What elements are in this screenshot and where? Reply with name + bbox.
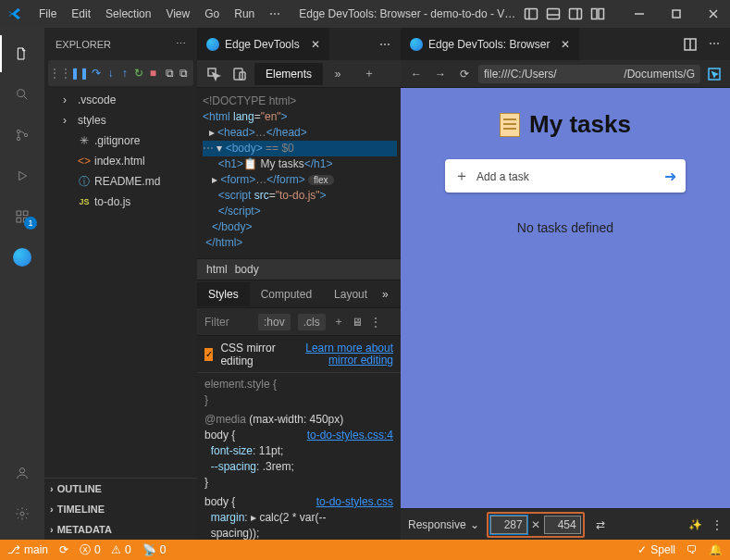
tab-edge-browser[interactable]: Edge DevTools: Browser ✕ xyxy=(401,28,580,60)
responsive-dropdown[interactable]: Responsive⌄ xyxy=(408,518,479,531)
device-icon[interactable] xyxy=(229,63,251,85)
menu-go[interactable]: Go xyxy=(199,4,225,24)
activity-account-icon[interactable] xyxy=(0,454,44,492)
layout-grid-icon[interactable] xyxy=(589,6,606,22)
status-branch[interactable]: ⎇main xyxy=(7,543,48,556)
rotate-icon[interactable]: ⇄ xyxy=(596,518,605,531)
svg-point-15 xyxy=(17,137,19,140)
menu-overflow-icon[interactable]: ⋯ xyxy=(264,4,286,24)
mirror-checkbox[interactable]: ✓ xyxy=(204,348,213,361)
section-timeline[interactable]: ›TIMELINE xyxy=(44,499,197,519)
split-icon[interactable] xyxy=(682,37,699,52)
tab-close-icon[interactable]: ✕ xyxy=(311,38,320,51)
status-ports[interactable]: 📡0 xyxy=(142,543,167,556)
css-rules[interactable]: element.style {} @media (max-width: 450p… xyxy=(197,373,401,540)
debug-step-out-icon[interactable]: ↑ xyxy=(119,67,130,80)
status-spell[interactable]: ✓Spell xyxy=(637,543,675,556)
nav-reload-icon[interactable]: ⟳ xyxy=(454,68,475,81)
tab-overflow-icon[interactable]: ⋯ xyxy=(706,37,723,52)
title-bar: File Edit Selection View Go Run ⋯ Edge D… xyxy=(0,0,730,28)
magic-icon[interactable]: ✨ xyxy=(688,518,702,531)
page-title: My tasks xyxy=(500,110,631,139)
tab-edge-devtools[interactable]: Edge DevTools ✕ xyxy=(197,28,330,60)
dom-breadcrumb[interactable]: html body xyxy=(197,258,401,280)
svg-point-22 xyxy=(19,468,24,473)
tab-overflow-icon[interactable]: ⋯ xyxy=(377,38,393,51)
width-input[interactable] xyxy=(490,516,527,534)
cls-button[interactable]: .cls xyxy=(298,314,326,330)
submit-arrow-icon[interactable]: ➜ xyxy=(664,168,676,185)
file-index-html[interactable]: <>index.html xyxy=(50,151,197,171)
dom-tree[interactable]: <!DOCTYPE html> <html lang="en"> ▸ <head… xyxy=(197,88,401,258)
activity-source-control-icon[interactable] xyxy=(0,117,44,154)
inspect-icon[interactable] xyxy=(203,63,225,85)
menu-file[interactable]: File xyxy=(33,4,62,24)
debug-restart-icon[interactable]: ↻ xyxy=(133,67,144,80)
activity-edge-icon[interactable] xyxy=(0,239,44,276)
styles-tab-computed[interactable]: Computed xyxy=(250,282,323,306)
status-sync[interactable]: ⟳ xyxy=(59,543,68,556)
svg-rect-25 xyxy=(234,68,242,80)
add-task-input[interactable]: ＋Add a task ➜ xyxy=(445,159,686,193)
panel-bottom-icon[interactable] xyxy=(545,6,562,22)
file-readme[interactable]: ⓘREADME.md xyxy=(50,171,197,192)
styles-tab-styles[interactable]: Styles xyxy=(197,282,250,306)
minimize-icon[interactable] xyxy=(621,0,658,28)
debug-stop-icon[interactable]: ■ xyxy=(147,67,158,80)
window-title: Edge DevTools: Browser - demo-to-do - V… xyxy=(299,7,515,20)
file-gitignore[interactable]: ✳.gitignore xyxy=(50,131,197,151)
tabbar-right: Edge DevTools: Browser ✕ ⋯ xyxy=(401,28,730,60)
styles-tabs: Styles Computed Layout » xyxy=(197,280,401,308)
styles-tab-layout[interactable]: Layout xyxy=(323,282,378,306)
activity-search-icon[interactable] xyxy=(0,76,44,113)
maximize-icon[interactable] xyxy=(658,0,695,28)
menu-run[interactable]: Run xyxy=(229,4,260,24)
folder-styles[interactable]: ›styles xyxy=(50,110,197,131)
styles-filter-input[interactable]: Filter xyxy=(204,316,251,329)
status-feedback-icon[interactable]: 🗨 xyxy=(687,543,698,556)
sidebar-more-icon[interactable]: ⋯ xyxy=(176,38,186,50)
devtools-tab-elements[interactable]: Elements xyxy=(254,63,323,85)
close-icon[interactable] xyxy=(695,0,730,28)
debug-select-icon[interactable]: ⧉ xyxy=(179,67,190,80)
section-metadata[interactable]: ›METADATA xyxy=(44,519,197,540)
crumb-html[interactable]: html xyxy=(206,263,228,276)
activity-extensions-icon[interactable]: 1 xyxy=(0,198,44,235)
status-bell-icon[interactable]: 🔔 xyxy=(709,543,723,556)
device-more-icon[interactable]: ⋮ xyxy=(711,518,723,531)
section-outline[interactable]: ›OUTLINE xyxy=(44,479,197,499)
tab-close-icon[interactable]: ✕ xyxy=(561,38,570,51)
debug-screenshot-icon[interactable]: ⧉ xyxy=(164,67,175,80)
activity-explorer-icon[interactable] xyxy=(0,35,44,72)
styles-tabs-more-icon[interactable]: » xyxy=(382,288,389,301)
panel-left-icon[interactable] xyxy=(523,6,539,22)
new-rule-icon[interactable]: ＋ xyxy=(333,314,344,330)
menu-view[interactable]: View xyxy=(160,4,195,24)
plus-icon: ＋ xyxy=(454,168,469,183)
crumb-body[interactable]: body xyxy=(235,263,259,276)
nav-back-icon[interactable]: ← xyxy=(406,68,427,81)
debug-step-into-icon[interactable]: ↓ xyxy=(105,67,116,80)
device-mode-icon[interactable]: 🖥 xyxy=(352,316,363,329)
debug-pause-icon[interactable]: ❚❚ xyxy=(71,67,88,80)
styles-more-icon[interactable]: ⋮ xyxy=(370,316,381,329)
tab-actions-left: ⋯ xyxy=(369,38,401,51)
url-bar[interactable]: file:///C:/Users/ /Documents/G xyxy=(478,65,700,83)
open-devtools-icon[interactable] xyxy=(704,67,724,81)
menu-edit[interactable]: Edit xyxy=(66,4,96,24)
status-problems[interactable]: ⓧ0 ⚠0 xyxy=(80,542,131,558)
menu-selection[interactable]: Selection xyxy=(100,4,156,24)
debug-step-over-icon[interactable]: ↷ xyxy=(91,67,102,80)
file-to-do-js[interactable]: JSto-do.js xyxy=(50,192,197,212)
height-input[interactable] xyxy=(544,516,581,534)
panel-right-icon[interactable] xyxy=(567,6,584,22)
hov-button[interactable]: :hov xyxy=(258,314,291,330)
devtools-tabs-more-icon[interactable]: » xyxy=(327,63,349,85)
activity-run-debug-icon[interactable] xyxy=(0,157,44,194)
debug-drag-icon[interactable]: ⋮⋮ xyxy=(52,67,68,80)
nav-forward-icon[interactable]: → xyxy=(430,68,451,81)
mirror-link[interactable]: Learn more about mirror editing xyxy=(289,342,393,367)
folder-vscode[interactable]: ›.vscode xyxy=(50,90,197,110)
activity-settings-icon[interactable] xyxy=(0,495,44,532)
devtools-add-tab-icon[interactable]: ＋ xyxy=(358,63,380,85)
